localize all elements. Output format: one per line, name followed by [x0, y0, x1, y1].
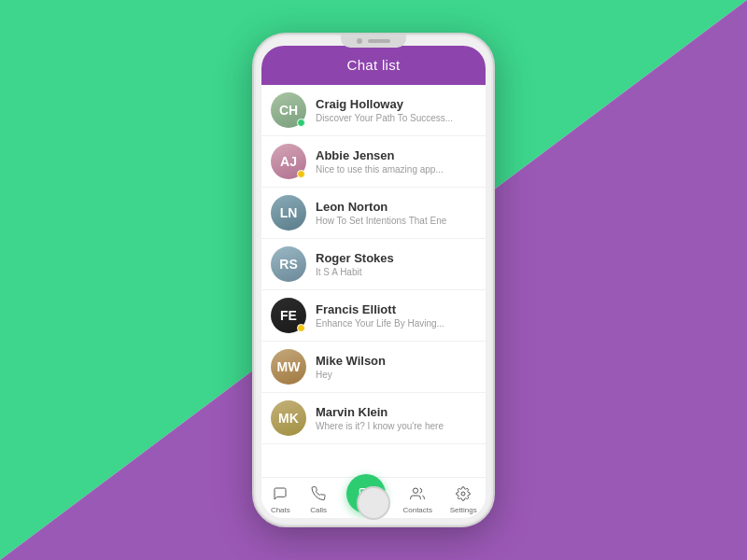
- nav-settings[interactable]: Settings: [450, 483, 477, 514]
- chats-label: Chats: [271, 506, 290, 514]
- settings-icon: [453, 483, 473, 504]
- home-button[interactable]: [357, 486, 390, 520]
- chat-header: Chat list: [261, 46, 486, 85]
- message-preview: Discover Your Path To Success...: [316, 113, 476, 123]
- nav-contacts[interactable]: Contacts: [402, 483, 432, 514]
- chat-info: Abbie Jensen Nice to use this amazing ap…: [316, 148, 476, 175]
- chats-icon: [270, 483, 290, 504]
- chat-info: Craig Holloway Discover Your Path To Suc…: [316, 97, 476, 123]
- calls-icon: [308, 483, 329, 504]
- contact-name: Craig Holloway: [316, 97, 476, 111]
- chat-info: Leon Norton How To Set Intentions That E…: [316, 200, 476, 226]
- avatar-wrap: CH: [271, 92, 306, 128]
- phone-screen: Chat list CH Craig Holloway Discover You…: [261, 46, 486, 518]
- nav-chats[interactable]: Chats: [270, 483, 290, 514]
- chat-item[interactable]: MK Marvin Klein Where is it? I know you'…: [261, 393, 486, 444]
- contact-name: Roger Stokes: [316, 251, 476, 265]
- settings-label: Settings: [450, 506, 477, 514]
- contacts-icon: [407, 483, 428, 504]
- chat-item[interactable]: LN Leon Norton How To Set Intentions Tha…: [261, 188, 486, 239]
- avatar: MK: [271, 400, 306, 436]
- chat-header-title: Chat list: [347, 57, 401, 73]
- phone-notch: [341, 35, 406, 48]
- contact-name: Leon Norton: [316, 200, 476, 214]
- avatar-wrap: RS: [271, 246, 306, 282]
- avatar: RS: [271, 246, 306, 282]
- avatar: LN: [271, 195, 306, 231]
- chat-info: Marvin Klein Where is it? I know you're …: [316, 405, 476, 431]
- chat-item[interactable]: FE Francis Elliott Enhance Your Life By …: [261, 290, 486, 342]
- message-preview: Hey: [316, 370, 476, 380]
- nav-calls[interactable]: Calls: [308, 483, 329, 514]
- svg-point-0: [414, 488, 418, 493]
- chat-info: Mike Wilson Hey: [316, 354, 476, 380]
- chat-item[interactable]: MW Mike Wilson Hey: [261, 342, 486, 393]
- chat-item[interactable]: CH Craig Holloway Discover Your Path To …: [261, 85, 486, 136]
- contact-name: Abbie Jensen: [316, 148, 476, 162]
- avatar-wrap: FE: [271, 298, 306, 333]
- message-preview: Enhance Your Life By Having...: [316, 318, 476, 329]
- chat-list: CH Craig Holloway Discover Your Path To …: [261, 85, 486, 477]
- phone-frame: Chat list CH Craig Holloway Discover You…: [252, 33, 495, 527]
- status-dot-away: [297, 324, 305, 332]
- contact-name: Marvin Klein: [316, 405, 476, 419]
- status-dot-away: [297, 170, 305, 178]
- calls-label: Calls: [310, 506, 327, 514]
- message-preview: Nice to use this amazing app...: [316, 164, 476, 175]
- message-preview: Where is it? I know you're here: [316, 421, 476, 431]
- chat-info: Roger Stokes It S A Habit: [316, 251, 476, 277]
- chat-item[interactable]: RS Roger Stokes It S A Habit: [261, 239, 486, 290]
- speaker-bar: [368, 39, 390, 43]
- svg-point-1: [461, 492, 465, 496]
- chat-info: Francis Elliott Enhance Your Life By Hav…: [316, 302, 476, 329]
- avatar-wrap: AJ: [271, 144, 306, 179]
- avatar-wrap: LN: [271, 195, 306, 231]
- avatar-wrap: MW: [271, 349, 306, 385]
- phone-shell: Chat list CH Craig Holloway Discover You…: [252, 33, 495, 527]
- message-preview: How To Set Intentions That Ene: [316, 216, 476, 226]
- status-dot-online: [297, 119, 305, 127]
- avatar: MW: [271, 349, 306, 385]
- avatar-wrap: MK: [271, 400, 306, 436]
- camera-dot: [357, 38, 362, 44]
- chat-item[interactable]: AJ Abbie Jensen Nice to use this amazing…: [261, 136, 486, 188]
- message-preview: It S A Habit: [316, 267, 476, 277]
- contact-name: Mike Wilson: [316, 354, 476, 368]
- contacts-label: Contacts: [402, 506, 432, 514]
- contact-name: Francis Elliott: [316, 302, 476, 316]
